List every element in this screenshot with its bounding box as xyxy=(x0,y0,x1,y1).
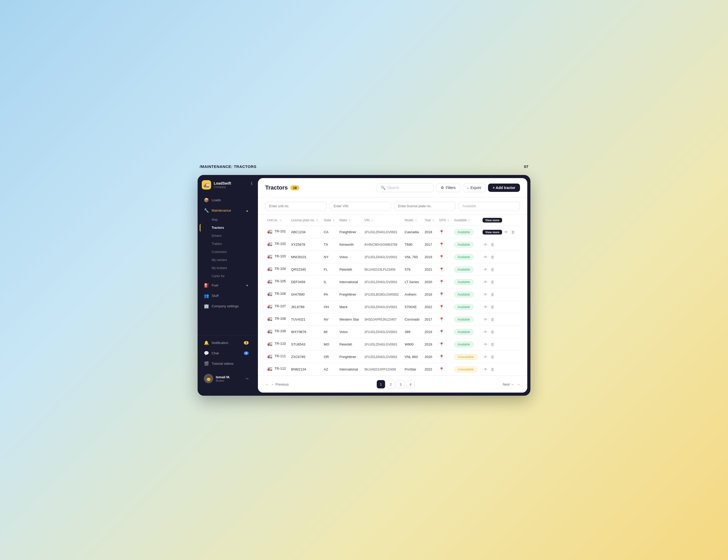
delete-button[interactable]: 🗑 xyxy=(490,291,496,298)
cell-unit: TR-104 xyxy=(275,267,286,271)
view-button[interactable]: 👁 xyxy=(483,291,489,298)
status-filter[interactable]: Available Unavailable xyxy=(459,202,520,210)
sidebar-item-mycarriers[interactable]: My carriers xyxy=(200,256,253,264)
cell-year: 2022 xyxy=(423,301,437,313)
sidebar-item-carrierfor[interactable]: Carier for xyxy=(200,272,253,280)
filters-button[interactable]: ⚙ Filters xyxy=(436,183,460,192)
cell-gps[interactable]: 📍 xyxy=(437,288,452,301)
delete-button[interactable]: 🗑 xyxy=(490,279,496,285)
view-button[interactable]: 👁 xyxy=(483,266,489,273)
sidebar-item-trailers[interactable]: Trailers xyxy=(200,240,253,248)
sidebar-item-companysettings[interactable]: 🏢 Company settings xyxy=(200,301,253,311)
delete-button[interactable]: 🗑 xyxy=(490,316,496,323)
sidebar-item-customers[interactable]: Customers xyxy=(200,248,253,256)
cell-model: 5700XE xyxy=(403,301,423,313)
collapse-button[interactable]: ⟪ xyxy=(251,181,253,185)
view-button[interactable]: 👁 xyxy=(483,354,489,360)
cell-status: Available xyxy=(452,301,481,313)
logout-icon[interactable]: ↪ xyxy=(245,376,249,381)
view-button[interactable]: 👁 xyxy=(483,316,489,323)
gps-icon[interactable]: 📍 xyxy=(439,317,444,322)
logo-icon: 🚛 xyxy=(202,180,211,190)
sidebar-item-fuel[interactable]: ⛽ Fuel ▼ xyxy=(200,280,253,290)
prev-label: ← Previous xyxy=(271,382,289,386)
cell-model: ProStar xyxy=(403,363,423,376)
delete-button[interactable]: 🗑 xyxy=(490,366,496,373)
sidebar-item-label: Maintenance xyxy=(212,209,231,212)
add-tractor-button[interactable]: + Add tractor xyxy=(488,184,520,192)
view-button[interactable]: 👁 xyxy=(503,229,509,235)
cell-gps[interactable]: 📍 xyxy=(437,251,452,263)
gps-icon[interactable]: 📍 xyxy=(439,367,444,372)
cell-gps[interactable]: 📍 xyxy=(437,301,452,313)
truck-icon: 🚛 xyxy=(267,241,272,246)
view-button[interactable]: 👁 xyxy=(483,329,489,335)
sidebar-item-mybrokers[interactable]: My brokers xyxy=(200,264,253,272)
delete-button[interactable]: 🗑 xyxy=(490,304,496,310)
gps-icon[interactable]: 📍 xyxy=(439,230,444,234)
status-badge: Available xyxy=(454,304,473,310)
vin-filter[interactable] xyxy=(330,202,391,210)
gps-icon[interactable]: 📍 xyxy=(439,330,444,334)
user-profile[interactable]: 👨 Ismail M. Broker ↪ xyxy=(200,371,253,386)
sidebar-item-drivers[interactable]: Drivers xyxy=(200,232,253,240)
cell-gps[interactable]: 📍 xyxy=(437,326,452,338)
cell-status: Available xyxy=(452,226,481,238)
cell-unit: TR-102 xyxy=(275,242,286,246)
gps-icon[interactable]: 📍 xyxy=(439,255,444,259)
gps-icon[interactable]: 📍 xyxy=(439,280,444,284)
user-name: Ismail M. xyxy=(216,375,230,379)
gps-icon[interactable]: 📍 xyxy=(439,267,444,272)
page-number-btn[interactable]: 1 xyxy=(377,380,385,388)
cell-unit: TR-109 xyxy=(275,329,286,333)
page-number-btn[interactable]: 3 xyxy=(397,380,405,388)
next-page-button[interactable]: Next → → xyxy=(503,382,520,386)
gps-icon[interactable]: 📍 xyxy=(439,305,444,309)
export-button[interactable]: ↓ Export xyxy=(463,183,485,192)
cell-unit: TR-101 xyxy=(275,229,286,233)
delete-button[interactable]: 🗑 xyxy=(490,354,496,360)
sidebar-item-notification[interactable]: 🔔 Notification 3 xyxy=(200,338,253,348)
license-plate-filter[interactable] xyxy=(394,202,456,210)
view-button[interactable]: 👁 xyxy=(483,304,489,310)
sidebar-item-chat[interactable]: 💬 Chat 5 xyxy=(200,348,253,358)
cell-gps[interactable]: 📍 xyxy=(437,351,452,363)
cell-gps[interactable]: 📍 xyxy=(437,263,452,276)
view-button[interactable]: 👁 xyxy=(483,279,489,285)
cell-truck-icon: 🚛 TR-103 xyxy=(265,251,289,262)
gps-icon[interactable]: 📍 xyxy=(439,292,444,297)
view-button[interactable]: 👁 xyxy=(483,341,489,348)
gps-icon[interactable]: 📍 xyxy=(439,242,444,247)
delete-button[interactable]: 🗑 xyxy=(490,329,496,335)
cell-gps[interactable]: 📍 xyxy=(437,313,452,326)
sidebar-item-maintenance[interactable]: 🔧 Maintenance ▲ xyxy=(200,205,253,216)
view-button[interactable]: 👁 xyxy=(483,254,489,260)
view-button[interactable]: 👁 xyxy=(483,366,489,373)
sidebar-item-tutorial[interactable]: 🎬 Tutorial videos xyxy=(200,359,253,369)
page-number-btn[interactable]: 2 xyxy=(387,380,395,388)
cell-gps[interactable]: 📍 xyxy=(437,238,452,251)
delete-button[interactable]: 🗑 xyxy=(490,241,496,248)
prev-page-button[interactable]: ← ← Previous xyxy=(265,382,289,386)
gps-icon[interactable]: 📍 xyxy=(439,342,444,347)
page-number-btn[interactable]: 4 xyxy=(406,380,415,388)
gps-icon[interactable]: 📍 xyxy=(439,355,444,359)
sidebar-item-loads[interactable]: 📦 Loads xyxy=(200,195,253,205)
prev-icon: ← xyxy=(265,382,269,386)
unit-no-filter[interactable] xyxy=(265,202,327,210)
cell-gps[interactable]: 📍 xyxy=(437,276,452,288)
cell-gps[interactable]: 📍 xyxy=(437,363,452,376)
view-button[interactable]: 👁 xyxy=(483,241,489,248)
delete-button[interactable]: 🗑 xyxy=(490,254,496,260)
delete-button[interactable]: 🗑 xyxy=(490,266,496,273)
sidebar-item-map[interactable]: Map xyxy=(200,216,253,224)
cell-gps[interactable]: 📍 xyxy=(437,338,452,351)
chevron-up-icon: ▲ xyxy=(246,209,249,212)
search-box[interactable]: 🔍 Search xyxy=(376,183,434,192)
cell-status: Available xyxy=(452,338,481,351)
delete-button[interactable]: 🗑 xyxy=(490,341,496,348)
cell-gps[interactable]: 📍 xyxy=(437,226,452,238)
delete-button[interactable]: 🗑 xyxy=(510,229,516,235)
sidebar-item-tractors[interactable]: Tractors xyxy=(200,224,253,232)
sidebar-item-stuff[interactable]: 👥 Stuff xyxy=(200,291,253,301)
